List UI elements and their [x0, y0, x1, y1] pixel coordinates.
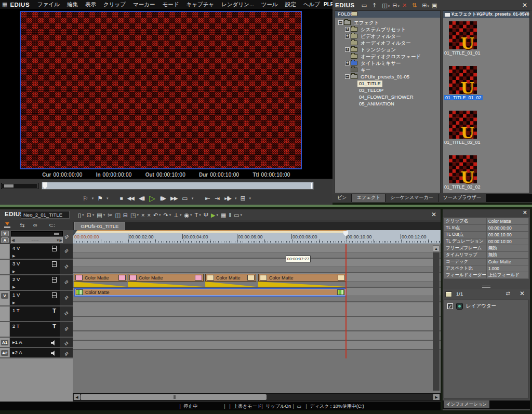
track-lane-2t[interactable] [73, 317, 441, 331]
dropdown-caret-icon[interactable]: ▼▶ [56, 238, 62, 243]
patch-badge[interactable]: A2 [1, 350, 9, 356]
close-icon[interactable]: ✕ [431, 211, 436, 218]
dropdown-caret-icon[interactable]: ▾ [169, 210, 171, 220]
panel-resize-handle[interactable] [482, 286, 490, 288]
expand-icon[interactable]: + [345, 47, 350, 52]
clip-color-matte[interactable]: Color Matte [74, 274, 127, 282]
bin-item[interactable]: U01_TITLE_02_01 [443, 111, 529, 147]
effect-row[interactable]: ✓ レイアウター [447, 303, 496, 310]
patch-badge[interactable]: V [1, 292, 9, 299]
dropdown-caret-icon[interactable]: ▾ [92, 210, 95, 220]
tree-item[interactable]: 05_ANIMATION [335, 100, 440, 107]
zoom-slider-thumb[interactable] [54, 233, 59, 235]
menu-item[interactable]: 表示 [82, 0, 100, 9]
effect-thumbnail[interactable]: U [449, 21, 477, 49]
tree-item[interactable]: 03_TELOP [335, 87, 440, 94]
dropdown-caret-icon[interactable]: ▾ [199, 210, 201, 220]
next-frame-button[interactable]: ▮▶ [158, 193, 167, 204]
loop-play-dropdown[interactable]: ▾ [191, 193, 194, 204]
title-tool-icon[interactable]: T [195, 210, 198, 220]
fade-wedge[interactable] [128, 282, 204, 287]
sync-point-mode-icon[interactable] [4, 222, 11, 228]
effect-thumbnail[interactable]: U [449, 155, 477, 183]
video-patch-badge[interactable]: V [1, 231, 9, 236]
sync-lock-cell[interactable]: ⇄ [60, 322, 73, 337]
clip-color-matte-selected[interactable]: Color Matte [74, 288, 347, 297]
menu-item[interactable]: クリップ [100, 0, 129, 9]
clip-color-matte[interactable]: Color Matte [128, 274, 204, 282]
tab-active[interactable]: エフェクト [352, 194, 385, 202]
timeline-vscrollbar[interactable] [433, 252, 440, 391]
track-name-cell[interactable]: ▸2 A [10, 348, 60, 357]
track-header-4v[interactable]: 4 V▶⇄ [0, 244, 73, 260]
timeline-ruler[interactable]: 00:00:00:0000:00:02:0000:00:04:0000:00:0… [73, 230, 441, 244]
collapse-icon[interactable]: − [345, 74, 350, 79]
ripple-delete-icon[interactable]: × [147, 210, 150, 220]
tab-inactive[interactable]: ビン [332, 194, 352, 202]
paste-icon[interactable]: ⊟ [123, 210, 128, 220]
tree-item[interactable]: −GPUfx_presets_01-05 [335, 73, 440, 80]
voice-over-icon[interactable]: Ψ [204, 210, 208, 220]
sequence-settings-icon[interactable]: ▦ [221, 210, 226, 220]
match-frame-icon[interactable]: ◉ [184, 210, 189, 220]
position-bar[interactable] [42, 182, 314, 190]
tree-item[interactable]: +タイトルミキサー [335, 60, 440, 66]
patch-badge[interactable]: A1 [1, 339, 9, 346]
divider-icon[interactable]: ⊟ [392, 1, 397, 10]
track-name-cell[interactable]: 4 V▶ [10, 244, 60, 259]
set-in-point-button[interactable]: ⚐ [81, 193, 90, 204]
fade-wedge[interactable] [205, 282, 256, 287]
track-name-cell[interactable]: ▸1 A [10, 338, 60, 347]
track-name-cell[interactable]: 1 TT [10, 306, 60, 321]
capture-transfer-icon[interactable]: ⇅ [412, 1, 417, 10]
track-lane-1a[interactable] [73, 331, 441, 341]
tree-item[interactable]: キー [335, 66, 440, 73]
menu-item[interactable]: キャプチャ [183, 0, 218, 9]
sync-lock-cell[interactable]: ⇄ [60, 291, 73, 305]
duplicate-icon[interactable]: ◫ [382, 1, 387, 10]
set-in-dropdown[interactable]: ▾ [91, 193, 95, 204]
panel-layout-icon[interactable]: ▭ [234, 210, 239, 220]
hscroll-thumb[interactable] [81, 394, 267, 400]
export-button[interactable]: ⊞ [238, 193, 247, 204]
dropdown-caret-icon[interactable]: ▾ [82, 210, 84, 220]
effect-swap-icon[interactable]: ⇄ [506, 290, 510, 296]
new-sequence-icon[interactable]: ▯ [78, 210, 81, 220]
sync-lock-cell[interactable]: ⇄ [60, 338, 73, 347]
clip-color-matte[interactable]: Color Matte [205, 274, 256, 282]
view-mode-icon[interactable]: ⊞ [422, 1, 427, 10]
close-icon[interactable]: ✕ [523, 209, 527, 216]
sync-lock-cell[interactable]: ⇄ [60, 244, 73, 259]
add-cut-point-icon[interactable]: ⊥ [174, 210, 179, 220]
dropdown-caret-icon[interactable]: ▾ [190, 210, 192, 220]
menu-item[interactable]: ヘルプ [300, 0, 324, 9]
save-project-icon[interactable]: ▤ [97, 210, 102, 220]
sequence-tab[interactable]: GPUfx-01_TITLE [74, 222, 125, 231]
menu-item[interactable]: 設定 [282, 0, 300, 9]
audio-mixer-icon[interactable]: ‖ [229, 210, 231, 220]
lock-icon[interactable]: ▣ [432, 1, 437, 10]
clip-color-matte[interactable]: Color Matte [258, 274, 347, 282]
track-lane-2a[interactable] [73, 341, 441, 350]
timeline-tracks[interactable]: Color MatteColor MatteColor MatteColor M… [73, 244, 441, 393]
expand-icon[interactable]: + [345, 34, 350, 38]
copy-icon[interactable]: ◫ [115, 210, 120, 220]
fade-wedge[interactable] [258, 282, 347, 287]
expand-icon[interactable]: + [345, 27, 350, 32]
dropdown-caret-icon[interactable]: ▾ [428, 4, 430, 8]
undo-icon[interactable]: ↶ [153, 210, 158, 220]
dropdown-caret-icon[interactable]: ▾ [240, 210, 242, 220]
expand-arrow-icon[interactable]: ▶ [12, 301, 15, 305]
play-button[interactable]: ▷ [148, 193, 157, 204]
track-header-2t[interactable]: 2 TT⇄ [0, 322, 73, 338]
close-icon[interactable]: ✕ [522, 2, 527, 9]
dropdown-caret-icon[interactable]: ▾ [159, 210, 161, 220]
previous-frame-button[interactable]: ◀▮ [137, 193, 146, 204]
dropdown-caret-icon[interactable]: ▾ [388, 4, 390, 8]
tree-item[interactable]: +ビデオフィルター [335, 33, 440, 39]
dropdown-caret-icon[interactable]: ▾ [397, 4, 400, 8]
insert-overwrite-mode-icon[interactable]: ⇆ [20, 221, 24, 229]
open-project-icon[interactable]: ⊡ [87, 210, 91, 220]
track-header-1v[interactable]: V1 V▶⇄ [0, 291, 73, 306]
scroll-left-icon[interactable]: ◀ [74, 394, 80, 400]
